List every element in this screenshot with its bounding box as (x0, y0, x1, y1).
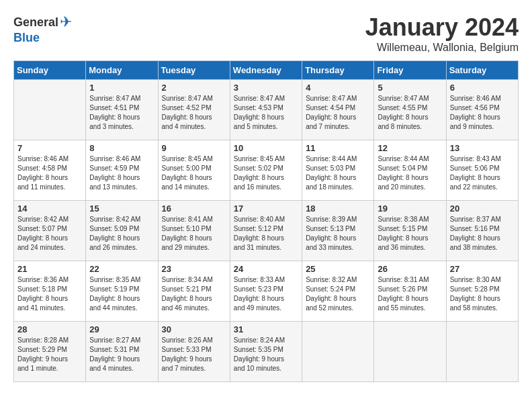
week-row-2: 7Sunrise: 8:46 AM Sunset: 4:58 PM Daylig… (14, 140, 519, 201)
day-info: Sunrise: 8:27 AM Sunset: 5:31 PM Dayligh… (89, 336, 154, 373)
week-row-4: 21Sunrise: 8:36 AM Sunset: 5:18 PM Dayli… (14, 261, 519, 322)
calendar-cell: 18Sunrise: 8:39 AM Sunset: 5:13 PM Dayli… (302, 201, 374, 261)
calendar-cell (302, 322, 374, 382)
day-number: 29 (89, 324, 154, 334)
day-info: Sunrise: 8:46 AM Sunset: 4:58 PM Dayligh… (17, 154, 82, 192)
weekday-thursday: Thursday (302, 61, 374, 80)
calendar-cell: 15Sunrise: 8:42 AM Sunset: 5:09 PM Dayli… (86, 201, 158, 261)
day-info: Sunrise: 8:30 AM Sunset: 5:28 PM Dayligh… (450, 275, 515, 313)
calendar-cell: 2Sunrise: 8:47 AM Sunset: 4:52 PM Daylig… (158, 80, 230, 140)
calendar-cell: 28Sunrise: 8:28 AM Sunset: 5:29 PM Dayli… (14, 322, 86, 382)
day-info: Sunrise: 8:24 AM Sunset: 5:35 PM Dayligh… (234, 336, 298, 373)
calendar-cell (374, 322, 446, 382)
day-number: 26 (378, 264, 442, 274)
day-info: Sunrise: 8:45 AM Sunset: 5:02 PM Dayligh… (234, 154, 298, 192)
day-number: 28 (17, 324, 82, 334)
day-number: 24 (234, 264, 298, 274)
day-info: Sunrise: 8:46 AM Sunset: 4:56 PM Dayligh… (450, 94, 515, 132)
day-info: Sunrise: 8:47 AM Sunset: 4:51 PM Dayligh… (89, 94, 154, 132)
calendar-cell: 29Sunrise: 8:27 AM Sunset: 5:31 PM Dayli… (86, 322, 158, 382)
title-area: January 2024 Willemeau, Wallonia, Belgiu… (365, 13, 519, 54)
day-number: 19 (378, 203, 442, 214)
week-row-1: 1Sunrise: 8:47 AM Sunset: 4:51 PM Daylig… (14, 80, 519, 140)
day-info: Sunrise: 8:47 AM Sunset: 4:55 PM Dayligh… (378, 94, 442, 132)
calendar-cell: 6Sunrise: 8:46 AM Sunset: 4:56 PM Daylig… (446, 80, 518, 140)
day-number: 7 (17, 143, 82, 153)
calendar-cell: 30Sunrise: 8:26 AM Sunset: 5:33 PM Dayli… (158, 322, 230, 382)
calendar-cell (14, 80, 86, 140)
day-info: Sunrise: 8:43 AM Sunset: 5:06 PM Dayligh… (450, 154, 515, 192)
weekday-wednesday: Wednesday (230, 61, 302, 80)
weekday-saturday: Saturday (446, 61, 518, 80)
day-number: 10 (234, 143, 298, 153)
day-info: Sunrise: 8:44 AM Sunset: 5:04 PM Dayligh… (378, 154, 442, 192)
calendar-cell: 10Sunrise: 8:45 AM Sunset: 5:02 PM Dayli… (230, 140, 302, 201)
calendar-cell: 13Sunrise: 8:43 AM Sunset: 5:06 PM Dayli… (446, 140, 518, 201)
logo-blue: Blue (13, 31, 40, 45)
calendar-cell: 1Sunrise: 8:47 AM Sunset: 4:51 PM Daylig… (86, 80, 158, 140)
day-info: Sunrise: 8:34 AM Sunset: 5:21 PM Dayligh… (162, 275, 226, 313)
day-info: Sunrise: 8:31 AM Sunset: 5:26 PM Dayligh… (378, 275, 442, 313)
location-title: Willemeau, Wallonia, Belgium (365, 42, 519, 54)
calendar-cell: 25Sunrise: 8:32 AM Sunset: 5:24 PM Dayli… (302, 261, 374, 322)
day-number: 20 (450, 203, 515, 214)
day-number: 15 (89, 203, 154, 214)
day-info: Sunrise: 8:47 AM Sunset: 4:53 PM Dayligh… (234, 94, 298, 132)
day-info: Sunrise: 8:35 AM Sunset: 5:19 PM Dayligh… (89, 275, 154, 313)
month-title: January 2024 (365, 13, 519, 42)
day-number: 6 (450, 83, 515, 93)
calendar-cell: 17Sunrise: 8:40 AM Sunset: 5:12 PM Dayli… (230, 201, 302, 261)
calendar-cell: 8Sunrise: 8:46 AM Sunset: 4:59 PM Daylig… (86, 140, 158, 201)
logo: General ✈ Blue (13, 13, 72, 45)
day-number: 21 (17, 264, 82, 274)
day-number: 1 (89, 83, 154, 93)
calendar-cell: 16Sunrise: 8:41 AM Sunset: 5:10 PM Dayli… (158, 201, 230, 261)
logo-bird-icon: ✈ (60, 13, 72, 31)
calendar-cell: 3Sunrise: 8:47 AM Sunset: 4:53 PM Daylig… (230, 80, 302, 140)
weekday-friday: Friday (374, 61, 446, 80)
day-number: 16 (162, 203, 226, 214)
week-row-5: 28Sunrise: 8:28 AM Sunset: 5:29 PM Dayli… (14, 322, 519, 382)
day-number: 5 (378, 83, 442, 93)
day-number: 8 (89, 143, 154, 153)
logo-general: General (13, 15, 58, 30)
day-info: Sunrise: 8:47 AM Sunset: 4:52 PM Dayligh… (162, 94, 226, 132)
day-info: Sunrise: 8:45 AM Sunset: 5:00 PM Dayligh… (162, 154, 226, 192)
day-number: 27 (450, 264, 515, 274)
header: General ✈ Blue January 2024 Willemeau, W… (13, 13, 519, 54)
day-number: 30 (162, 324, 226, 334)
day-info: Sunrise: 8:44 AM Sunset: 5:03 PM Dayligh… (306, 154, 370, 192)
calendar-cell: 5Sunrise: 8:47 AM Sunset: 4:55 PM Daylig… (374, 80, 446, 140)
day-number: 31 (234, 324, 298, 334)
day-info: Sunrise: 8:42 AM Sunset: 5:09 PM Dayligh… (89, 215, 154, 253)
day-info: Sunrise: 8:39 AM Sunset: 5:13 PM Dayligh… (306, 215, 370, 253)
day-info: Sunrise: 8:36 AM Sunset: 5:18 PM Dayligh… (17, 275, 82, 313)
day-number: 14 (17, 203, 82, 214)
calendar-cell: 7Sunrise: 8:46 AM Sunset: 4:58 PM Daylig… (14, 140, 86, 201)
calendar-cell: 21Sunrise: 8:36 AM Sunset: 5:18 PM Dayli… (14, 261, 86, 322)
day-number: 25 (306, 264, 370, 274)
day-number: 12 (378, 143, 442, 153)
day-number: 11 (306, 143, 370, 153)
day-info: Sunrise: 8:41 AM Sunset: 5:10 PM Dayligh… (162, 215, 226, 253)
calendar-cell: 27Sunrise: 8:30 AM Sunset: 5:28 PM Dayli… (446, 261, 518, 322)
day-number: 4 (306, 83, 370, 93)
weekday-sunday: Sunday (14, 61, 86, 80)
day-info: Sunrise: 8:40 AM Sunset: 5:12 PM Dayligh… (234, 215, 298, 253)
calendar-cell: 9Sunrise: 8:45 AM Sunset: 5:00 PM Daylig… (158, 140, 230, 201)
weekday-header-row: SundayMondayTuesdayWednesdayThursdayFrid… (14, 61, 519, 80)
weekday-monday: Monday (86, 61, 158, 80)
week-row-3: 14Sunrise: 8:42 AM Sunset: 5:07 PM Dayli… (14, 201, 519, 261)
day-number: 22 (89, 264, 154, 274)
day-info: Sunrise: 8:47 AM Sunset: 4:54 PM Dayligh… (306, 94, 370, 132)
calendar-cell: 12Sunrise: 8:44 AM Sunset: 5:04 PM Dayli… (374, 140, 446, 201)
calendar-cell: 20Sunrise: 8:37 AM Sunset: 5:16 PM Dayli… (446, 201, 518, 261)
calendar-table: SundayMondayTuesdayWednesdayThursdayFrid… (13, 60, 519, 382)
day-number: 3 (234, 83, 298, 93)
day-info: Sunrise: 8:37 AM Sunset: 5:16 PM Dayligh… (450, 215, 515, 253)
day-info: Sunrise: 8:33 AM Sunset: 5:23 PM Dayligh… (234, 275, 298, 313)
calendar-cell: 24Sunrise: 8:33 AM Sunset: 5:23 PM Dayli… (230, 261, 302, 322)
day-number: 17 (234, 203, 298, 214)
calendar-cell: 26Sunrise: 8:31 AM Sunset: 5:26 PM Dayli… (374, 261, 446, 322)
day-info: Sunrise: 8:32 AM Sunset: 5:24 PM Dayligh… (306, 275, 370, 313)
